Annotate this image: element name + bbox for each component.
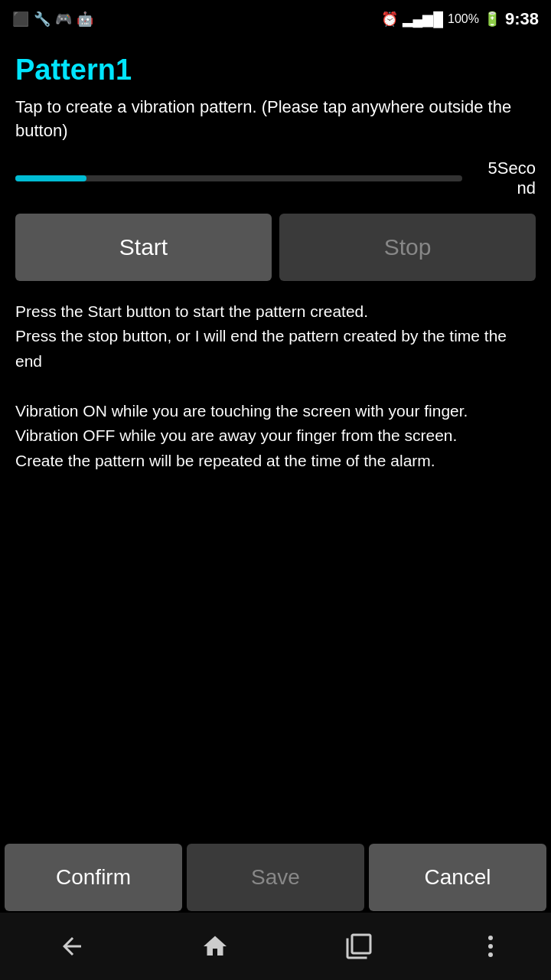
status-bar-right-icons: ⏰ ▂▄▆█ 100% 🔋 9:38 [381, 9, 539, 29]
usb-icon: 🔧 [34, 11, 51, 28]
battery-icon: 🔋 [484, 11, 500, 28]
confirm-button[interactable]: Confirm [5, 844, 182, 911]
home-button[interactable] [201, 933, 229, 960]
playback-buttons: Start Stop [15, 214, 536, 281]
status-bar-left-icons: ⬛ 🔧 🎮 🤖 [12, 11, 375, 28]
start-button[interactable]: Start [15, 214, 272, 281]
progress-track [15, 175, 462, 181]
progress-fill [15, 175, 86, 181]
back-button[interactable] [58, 933, 86, 960]
stop-button[interactable]: Stop [279, 214, 536, 281]
cancel-button[interactable]: Cancel [369, 844, 546, 911]
clock: 9:38 [505, 9, 539, 29]
alarm-icon: ⏰ [381, 11, 398, 28]
navigation-bar [0, 913, 551, 980]
pattern-title: Pattern1 [15, 54, 536, 87]
more-options-button[interactable] [488, 936, 493, 957]
signal-bars: ▂▄▆█ [403, 11, 444, 28]
status-bar: ⬛ 🔧 🎮 🤖 ⏰ ▂▄▆█ 100% 🔋 9:38 [0, 0, 551, 38]
bottom-actions: Confirm Save Cancel [0, 844, 551, 911]
battery-percent: 100% [448, 12, 479, 26]
recents-button[interactable] [345, 933, 373, 960]
progress-label: 5Seco nd [474, 158, 536, 198]
main-content: Pattern1 Tap to create a vibration patte… [0, 38, 551, 473]
pattern-description: Tap to create a vibration pattern. (Plea… [15, 96, 536, 143]
save-button[interactable]: Save [187, 844, 364, 911]
notification-icon-1: ⬛ [12, 11, 29, 28]
progress-area: 5Seco nd [15, 158, 536, 198]
instruction-text: Press the Start button to start the patt… [15, 299, 536, 474]
android-icon: 🤖 [77, 11, 93, 28]
game-icon: 🎮 [55, 11, 72, 28]
